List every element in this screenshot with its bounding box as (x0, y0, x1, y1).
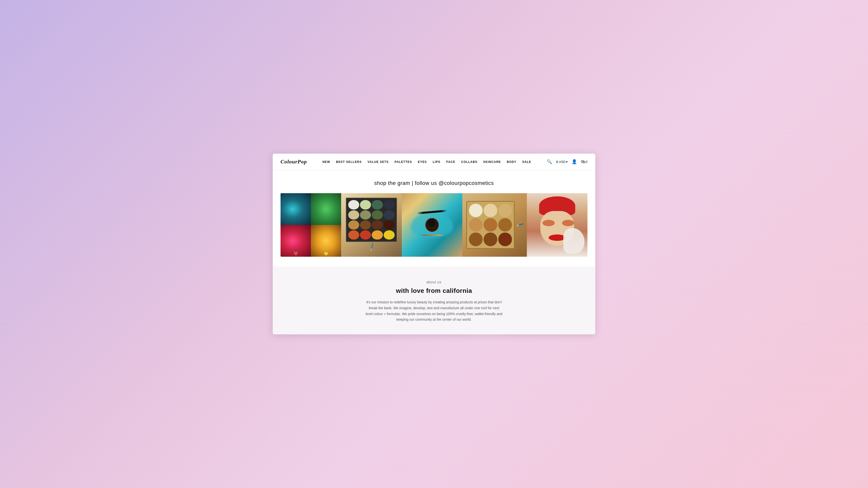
nav-link-value-sets[interactable]: VALUE SETS (368, 160, 389, 164)
main-content: shop the gram | follow us @colourpopcosm… (273, 170, 595, 266)
cart-count: 0 (586, 160, 587, 164)
instagram-grid: 💙 💚 ❤️ 💛 (281, 193, 587, 257)
currency-label: $ USD (556, 160, 565, 164)
nav-link-skincare[interactable]: SKINCARE (483, 160, 501, 164)
gram-photo-1[interactable]: 💙 💚 ❤️ 💛 (281, 193, 341, 257)
nav-link-sale[interactable]: SALE (522, 160, 531, 164)
search-button[interactable]: 🔍 (547, 159, 552, 164)
nav-link-collabs[interactable]: COLLABS (461, 160, 477, 164)
logo[interactable]: ColourPop (281, 159, 307, 165)
gram-photo-2[interactable]: 🖌️ (341, 193, 402, 257)
cart-button[interactable]: 🛍 0 (581, 159, 587, 164)
about-label: about us (281, 280, 587, 284)
nav-item-eyes[interactable]: EYES (418, 160, 427, 164)
about-section: about us with love from california It's … (273, 266, 595, 334)
gram-photo-5[interactable] (527, 193, 587, 257)
about-body: It's our mission to redefine luxury beau… (366, 299, 502, 323)
gram-sub-4 (311, 225, 341, 257)
nav-link-best-sellers[interactable]: BEST SELLERS (336, 160, 362, 164)
nav-item-palettes[interactable]: PALETTES (395, 160, 412, 164)
gram-photo-4[interactable]: 🖌️ (462, 193, 527, 257)
search-icon: 🔍 (547, 159, 552, 164)
nav-link-body[interactable]: BODY (507, 160, 516, 164)
nav-link-lips[interactable]: LIPS (433, 160, 440, 164)
main-nav: NEWBEST SELLERSVALUE SETSPALETTESEYESLIP… (322, 160, 531, 164)
nav-link-face[interactable]: FACE (446, 160, 455, 164)
user-icon: 👤 (571, 159, 577, 164)
nav-item-new[interactable]: NEW (322, 160, 330, 164)
nav-item-collabs[interactable]: COLLABS (461, 160, 477, 164)
gram-sub-2 (311, 193, 341, 225)
gram-sub-1 (281, 193, 311, 225)
nav-item-face[interactable]: FACE (446, 160, 455, 164)
nav-link-new[interactable]: NEW (322, 160, 330, 164)
nav-item-best-sellers[interactable]: BEST SELLERS (336, 160, 362, 164)
cart-icon: 🛍 (581, 159, 585, 164)
header-actions: 🔍 $ USD ▾ 👤 🛍 0 (547, 159, 587, 164)
chevron-down-icon: ▾ (566, 160, 568, 164)
about-heading: with love from california (281, 287, 587, 295)
nav-item-lips[interactable]: LIPS (433, 160, 440, 164)
gram-title: shop the gram | follow us @colourpopcosm… (281, 180, 587, 186)
nav-item-body[interactable]: BODY (507, 160, 516, 164)
account-button[interactable]: 👤 (571, 159, 577, 164)
nav-item-sale[interactable]: SALE (522, 160, 531, 164)
gram-sub-3 (281, 225, 311, 257)
nav-link-eyes[interactable]: EYES (418, 160, 427, 164)
nav-link-palettes[interactable]: PALETTES (395, 160, 412, 164)
nav-item-value-sets[interactable]: VALUE SETS (368, 160, 389, 164)
browser-window: ColourPop NEWBEST SELLERSVALUE SETSPALET… (273, 154, 595, 334)
currency-selector[interactable]: $ USD ▾ (556, 160, 567, 164)
header: ColourPop NEWBEST SELLERSVALUE SETSPALET… (273, 154, 595, 170)
nav-item-skincare[interactable]: SKINCARE (483, 160, 501, 164)
gram-photo-3[interactable] (402, 193, 462, 257)
